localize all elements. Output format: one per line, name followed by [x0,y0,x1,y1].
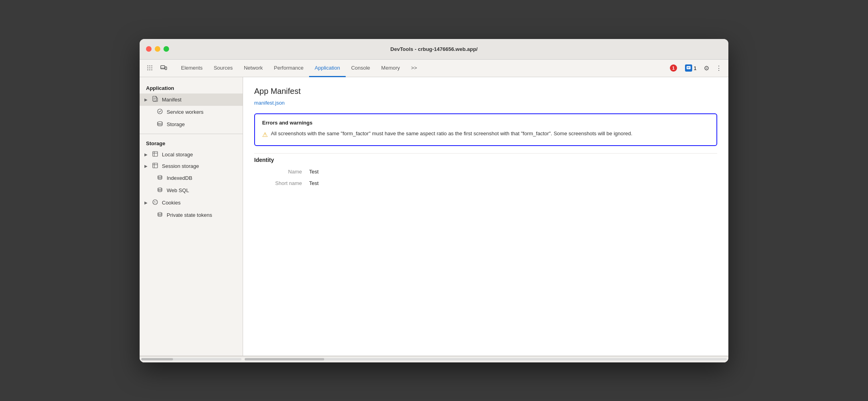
svg-point-29 [153,200,158,204]
sidebar-item-local-storage[interactable]: ▶ Local storage [140,149,243,160]
content-scroll-thumb [245,358,324,360]
sidebar-indexeddb-label: IndexedDB [167,175,192,181]
private-state-icon [156,211,163,219]
error-message: All screenshots with the same "form_fact… [271,130,633,138]
service-workers-icon [156,108,163,116]
name-value: Test [309,169,319,175]
sidebar-item-private-state[interactable]: Private state tokens [140,209,243,221]
tab-performance[interactable]: Performance [269,60,309,77]
error-count: 1 [670,64,677,72]
svg-point-19 [158,109,162,114]
inspect-element-button[interactable] [144,62,156,74]
svg-rect-6 [147,69,148,70]
close-button[interactable] [146,46,152,52]
sidebar-item-storage-app[interactable]: Storage [140,118,243,130]
sidebar-service-workers-label: Service workers [167,109,203,115]
sidebar-item-service-workers[interactable]: Service workers [140,106,243,118]
minimize-button[interactable] [155,46,160,52]
sidebar-item-web-sql[interactable]: Web SQL [140,184,243,197]
svg-point-30 [154,201,155,202]
svg-rect-4 [149,67,150,68]
tab-sources[interactable]: Sources [208,60,238,77]
identity-title: Identity [254,153,717,163]
indexeddb-icon [156,174,163,182]
local-storage-arrow: ▶ [144,152,148,157]
sidebar-session-storage-label: Session storage [162,163,199,169]
info-badge-button[interactable]: 1 [683,63,699,73]
window-controls [146,46,169,52]
tab-elements[interactable]: Elements [175,60,208,77]
sidebar-private-state-label: Private state tokens [167,212,212,218]
content-scrollbar[interactable] [243,356,728,362]
svg-point-33 [154,202,154,203]
maximize-button[interactable] [163,46,169,52]
main-layout: Application ▶ Manifest [140,77,728,356]
identity-section: Identity Name Test Short name Test [254,153,717,186]
svg-point-27 [158,175,162,177]
sidebar-item-session-storage[interactable]: ▶ Session storage [140,160,243,172]
titlebar: DevTools - crbug-1476656.web.app/ [140,39,728,60]
svg-rect-2 [151,65,152,66]
sidebar-application-title: Application [140,82,243,93]
arrow-icon: ▶ [144,97,148,102]
cookies-icon [152,199,159,206]
devtools-window: DevTools - crbug-1476656.web.app/ [140,39,728,362]
manifest-file-icon [152,96,159,103]
info-count [685,64,692,72]
sidebar-scroll-track [141,358,241,360]
toolbar-left-icons [144,62,169,74]
tab-more[interactable]: >> [405,60,422,77]
svg-rect-3 [147,67,148,68]
cookies-arrow: ▶ [144,200,148,205]
sidebar-storage-title: Storage [140,137,243,149]
name-label: Name [254,169,302,175]
toolbar: Elements Sources Network Performance App… [140,60,728,77]
sidebar-manifest-label: Manifest [162,97,181,103]
sidebar-cookies-label: Cookies [162,200,181,206]
storage-app-icon [156,121,163,128]
svg-point-20 [158,121,162,123]
svg-point-34 [156,202,156,203]
chat-icon [686,66,691,70]
identity-row-name: Name Test [254,169,717,175]
svg-rect-21 [153,152,158,156]
sidebar-item-indexeddb[interactable]: IndexedDB [140,172,243,184]
inspect-icon [146,64,154,72]
content-area: App Manifest manifest.json Errors and wa… [243,77,728,356]
identity-row-short-name: Short name Test [254,180,717,186]
sidebar-item-manifest[interactable]: ▶ Manifest [140,93,243,106]
short-name-value: Test [309,180,319,186]
content-scroll-track [245,358,727,360]
session-storage-arrow: ▶ [144,164,148,168]
svg-rect-24 [153,163,158,168]
error-badge-button[interactable]: 1 [668,63,679,73]
toolbar-right: 1 1 ⚙ ⋮ [668,63,724,74]
window-title: DevTools - crbug-1476656.web.app/ [390,46,477,52]
session-storage-icon [152,163,159,169]
svg-rect-7 [149,69,150,70]
tab-application[interactable]: Application [309,60,346,77]
sidebar-scrollbar[interactable] [140,356,243,362]
svg-point-32 [155,202,156,203]
more-options-icon[interactable]: ⋮ [714,63,724,74]
tab-console[interactable]: Console [346,60,376,77]
tab-network[interactable]: Network [238,60,269,77]
tab-memory[interactable]: Memory [376,60,405,77]
web-sql-icon [156,187,163,194]
device-toggle-button[interactable] [158,62,169,74]
page-title: App Manifest [254,87,717,96]
errors-warnings-box: Errors and warnings ⚠ All screenshots wi… [254,113,717,146]
svg-rect-0 [147,65,148,66]
sidebar-storage-app-label: Storage [167,121,185,127]
manifest-link[interactable]: manifest.json [254,100,285,106]
warning-triangle-icon: ⚠ [262,130,268,140]
svg-rect-5 [151,67,152,68]
svg-point-28 [158,188,162,189]
sidebar: Application ▶ Manifest [140,77,243,356]
svg-rect-10 [165,67,167,70]
local-storage-icon [152,151,159,158]
svg-point-31 [156,201,156,202]
error-item: ⚠ All screenshots with the same "form_fa… [262,130,709,140]
settings-icon[interactable]: ⚙ [702,63,711,74]
sidebar-item-cookies[interactable]: ▶ Cookies [140,197,243,209]
